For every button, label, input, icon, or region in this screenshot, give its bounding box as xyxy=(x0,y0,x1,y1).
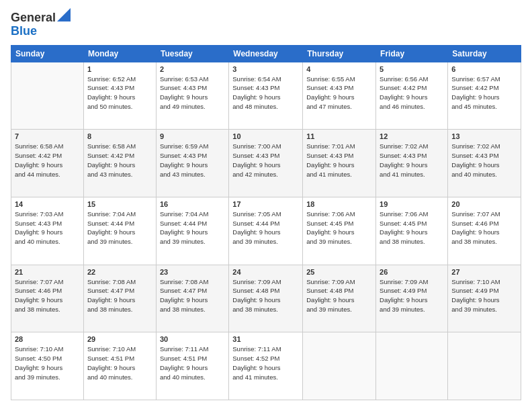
day-info: Sunrise: 7:06 AM Sunset: 4:45 PM Dayligh… xyxy=(306,210,372,246)
day-number: 28 xyxy=(15,335,80,343)
calendar-cell: 10Sunrise: 7:00 AM Sunset: 4:43 PM Dayli… xyxy=(229,130,303,197)
day-info: Sunrise: 7:09 AM Sunset: 4:48 PM Dayligh… xyxy=(306,277,372,314)
day-info: Sunrise: 7:07 AM Sunset: 4:46 PM Dayligh… xyxy=(451,210,517,246)
logo: General Blue xyxy=(11,11,71,38)
calendar-cell: 1Sunrise: 6:52 AM Sunset: 4:43 PM Daylig… xyxy=(83,62,156,130)
day-number: 25 xyxy=(306,268,372,276)
day-info: Sunrise: 6:53 AM Sunset: 4:43 PM Dayligh… xyxy=(160,75,225,111)
calendar-cell: 22Sunrise: 7:08 AM Sunset: 4:47 PM Dayli… xyxy=(83,265,156,332)
calendar-cell: 8Sunrise: 6:58 AM Sunset: 4:42 PM Daylig… xyxy=(83,130,156,197)
day-number: 16 xyxy=(160,200,225,208)
day-number: 24 xyxy=(232,268,299,276)
calendar-cell: 14Sunrise: 7:03 AM Sunset: 4:43 PM Dayli… xyxy=(11,197,84,265)
calendar-row-1: 7Sunrise: 6:58 AM Sunset: 4:42 PM Daylig… xyxy=(11,130,521,197)
calendar-cell: 13Sunrise: 7:02 AM Sunset: 4:43 PM Dayli… xyxy=(448,130,521,197)
svg-marker-0 xyxy=(57,8,71,21)
calendar-cell: 30Sunrise: 7:11 AM Sunset: 4:51 PM Dayli… xyxy=(156,332,228,400)
calendar-cell: 17Sunrise: 7:05 AM Sunset: 4:44 PM Dayli… xyxy=(229,197,303,265)
day-number: 15 xyxy=(87,200,152,208)
day-number: 8 xyxy=(87,132,152,140)
day-info: Sunrise: 6:57 AM Sunset: 4:42 PM Dayligh… xyxy=(451,75,517,111)
day-info: Sunrise: 7:04 AM Sunset: 4:44 PM Dayligh… xyxy=(160,210,225,246)
day-info: Sunrise: 7:07 AM Sunset: 4:46 PM Dayligh… xyxy=(15,277,80,314)
day-info: Sunrise: 7:05 AM Sunset: 4:44 PM Dayligh… xyxy=(232,210,299,246)
calendar-cell: 6Sunrise: 6:57 AM Sunset: 4:42 PM Daylig… xyxy=(448,62,521,130)
day-number: 31 xyxy=(232,335,299,343)
calendar-cell: 4Sunrise: 6:55 AM Sunset: 4:43 PM Daylig… xyxy=(303,62,376,130)
day-number: 29 xyxy=(87,335,152,343)
calendar-row-2: 14Sunrise: 7:03 AM Sunset: 4:43 PM Dayli… xyxy=(11,197,521,265)
calendar-cell: 12Sunrise: 7:02 AM Sunset: 4:43 PM Dayli… xyxy=(376,130,448,197)
logo-icon xyxy=(57,8,71,21)
day-number: 1 xyxy=(87,65,152,73)
day-number: 7 xyxy=(15,132,80,140)
calendar-cell xyxy=(448,332,521,400)
calendar-cell: 7Sunrise: 6:58 AM Sunset: 4:42 PM Daylig… xyxy=(11,130,84,197)
day-info: Sunrise: 7:10 AM Sunset: 4:49 PM Dayligh… xyxy=(451,277,517,314)
day-number: 27 xyxy=(451,268,517,276)
day-number: 26 xyxy=(380,268,444,276)
calendar-cell: 24Sunrise: 7:09 AM Sunset: 4:48 PM Dayli… xyxy=(229,265,303,332)
calendar-cell: 26Sunrise: 7:09 AM Sunset: 4:49 PM Dayli… xyxy=(376,265,448,332)
day-info: Sunrise: 6:56 AM Sunset: 4:42 PM Dayligh… xyxy=(380,75,444,111)
day-info: Sunrise: 7:10 AM Sunset: 4:51 PM Dayligh… xyxy=(87,345,152,381)
day-info: Sunrise: 6:55 AM Sunset: 4:43 PM Dayligh… xyxy=(306,75,372,111)
calendar-cell: 27Sunrise: 7:10 AM Sunset: 4:49 PM Dayli… xyxy=(448,265,521,332)
calendar-cell: 19Sunrise: 7:06 AM Sunset: 4:45 PM Dayli… xyxy=(376,197,448,265)
day-number: 21 xyxy=(15,268,80,276)
calendar-cell: 29Sunrise: 7:10 AM Sunset: 4:51 PM Dayli… xyxy=(83,332,156,400)
day-number: 22 xyxy=(87,268,152,276)
day-info: Sunrise: 7:10 AM Sunset: 4:50 PM Dayligh… xyxy=(15,345,80,381)
day-info: Sunrise: 6:54 AM Sunset: 4:43 PM Dayligh… xyxy=(232,75,299,111)
calendar-cell xyxy=(303,332,376,400)
calendar-cell: 3Sunrise: 6:54 AM Sunset: 4:43 PM Daylig… xyxy=(229,62,303,130)
calendar-cell: 25Sunrise: 7:09 AM Sunset: 4:48 PM Dayli… xyxy=(303,265,376,332)
day-info: Sunrise: 7:08 AM Sunset: 4:47 PM Dayligh… xyxy=(160,277,225,314)
calendar-header-thursday: Thursday xyxy=(303,45,376,62)
day-info: Sunrise: 7:06 AM Sunset: 4:45 PM Dayligh… xyxy=(380,210,444,246)
calendar-cell: 21Sunrise: 7:07 AM Sunset: 4:46 PM Dayli… xyxy=(11,265,84,332)
day-info: Sunrise: 7:11 AM Sunset: 4:52 PM Dayligh… xyxy=(232,345,299,381)
day-number: 4 xyxy=(306,65,372,73)
calendar-header-wednesday: Wednesday xyxy=(229,45,303,62)
calendar-cell xyxy=(11,62,84,130)
calendar-cell: 28Sunrise: 7:10 AM Sunset: 4:50 PM Dayli… xyxy=(11,332,84,400)
day-number: 14 xyxy=(15,200,80,208)
calendar-cell: 31Sunrise: 7:11 AM Sunset: 4:52 PM Dayli… xyxy=(229,332,303,400)
logo-text: General Blue xyxy=(11,11,71,38)
day-info: Sunrise: 7:02 AM Sunset: 4:43 PM Dayligh… xyxy=(451,142,517,179)
day-number: 30 xyxy=(160,335,225,343)
day-number: 23 xyxy=(160,268,225,276)
calendar-table: SundayMondayTuesdayWednesdayThursdayFrid… xyxy=(11,45,521,400)
logo-general: General xyxy=(11,11,56,24)
day-number: 5 xyxy=(380,65,444,73)
day-info: Sunrise: 7:03 AM Sunset: 4:43 PM Dayligh… xyxy=(15,210,80,246)
day-info: Sunrise: 6:52 AM Sunset: 4:43 PM Dayligh… xyxy=(87,75,152,111)
calendar-cell: 23Sunrise: 7:08 AM Sunset: 4:47 PM Dayli… xyxy=(156,265,228,332)
day-info: Sunrise: 7:00 AM Sunset: 4:43 PM Dayligh… xyxy=(232,142,299,179)
calendar-cell: 15Sunrise: 7:04 AM Sunset: 4:44 PM Dayli… xyxy=(83,197,156,265)
calendar-cell xyxy=(376,332,448,400)
calendar-header-tuesday: Tuesday xyxy=(156,45,228,62)
logo-blue: Blue xyxy=(11,24,37,38)
calendar-cell: 11Sunrise: 7:01 AM Sunset: 4:43 PM Dayli… xyxy=(303,130,376,197)
day-number: 3 xyxy=(232,65,299,73)
calendar-row-0: 1Sunrise: 6:52 AM Sunset: 4:43 PM Daylig… xyxy=(11,62,521,130)
day-number: 6 xyxy=(451,65,517,73)
day-number: 9 xyxy=(160,132,225,140)
header: General Blue xyxy=(11,11,521,38)
day-number: 2 xyxy=(160,65,225,73)
page: General Blue SundayMondayTuesdayWednesda… xyxy=(0,0,532,411)
calendar-header-saturday: Saturday xyxy=(448,45,521,62)
calendar-cell: 18Sunrise: 7:06 AM Sunset: 4:45 PM Dayli… xyxy=(303,197,376,265)
day-info: Sunrise: 6:59 AM Sunset: 4:43 PM Dayligh… xyxy=(160,142,225,179)
calendar-header-friday: Friday xyxy=(376,45,448,62)
day-number: 13 xyxy=(451,132,517,140)
day-number: 17 xyxy=(232,200,299,208)
calendar-header-sunday: Sunday xyxy=(11,45,84,62)
day-info: Sunrise: 6:58 AM Sunset: 4:42 PM Dayligh… xyxy=(87,142,152,179)
calendar-cell: 9Sunrise: 6:59 AM Sunset: 4:43 PM Daylig… xyxy=(156,130,228,197)
calendar-cell: 2Sunrise: 6:53 AM Sunset: 4:43 PM Daylig… xyxy=(156,62,228,130)
day-info: Sunrise: 7:01 AM Sunset: 4:43 PM Dayligh… xyxy=(306,142,372,179)
calendar-cell: 16Sunrise: 7:04 AM Sunset: 4:44 PM Dayli… xyxy=(156,197,228,265)
